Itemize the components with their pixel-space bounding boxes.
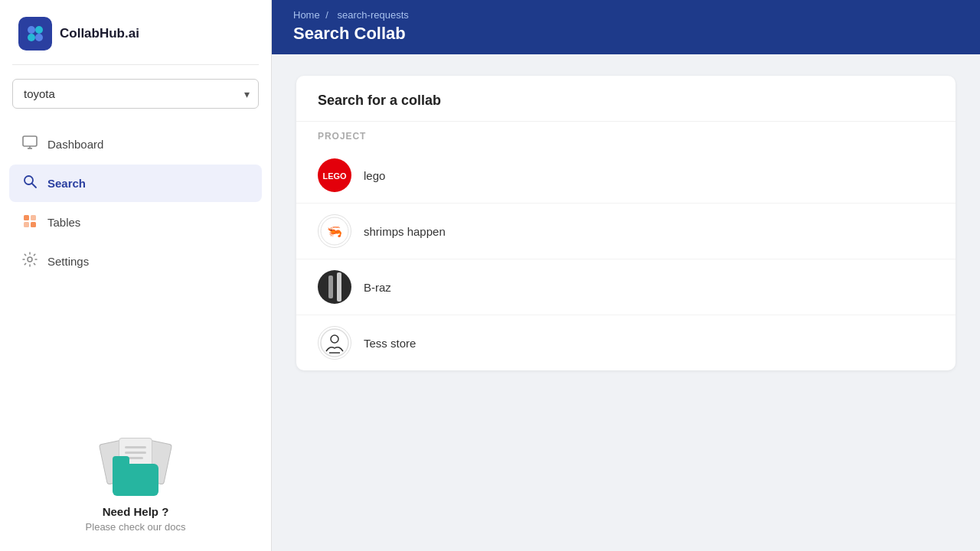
sidebar-item-tables[interactable]: Tables <box>9 204 262 241</box>
app-logo-area: CollabHub.ai <box>0 0 271 64</box>
workspace-dropdown-wrap[interactable]: toyota honda bmw ▾ <box>0 65 271 118</box>
help-subtitle: Please check our docs <box>86 521 186 533</box>
help-title: Need Help ? <box>103 505 169 518</box>
sidebar-item-dashboard[interactable]: Dashboard <box>9 126 262 163</box>
svg-text:LEGO: LEGO <box>322 171 347 181</box>
sidebar-item-search-label: Search <box>47 177 86 190</box>
breadcrumb-separator: / <box>325 9 328 21</box>
svg-point-0 <box>28 26 35 34</box>
sidebar-item-dashboard-label: Dashboard <box>47 138 103 151</box>
search-card: Search for a collab PROJECT LEGO lego <box>296 76 956 370</box>
project-section-label: PROJECT <box>296 122 956 148</box>
project-item-tess[interactable]: Tess store <box>296 315 956 370</box>
project-name-tess: Tess store <box>364 337 416 350</box>
svg-text:🦐: 🦐 <box>327 224 342 239</box>
logo-icon <box>18 17 52 51</box>
project-logo-lego: LEGO <box>318 158 351 192</box>
search-card-header: Search for a collab <box>296 76 956 122</box>
main-content: Home / search-requests Search Collab Sea… <box>272 0 980 551</box>
breadcrumb-current: search-requests <box>338 9 409 21</box>
project-logo-braz <box>318 270 351 304</box>
project-item-lego[interactable]: LEGO lego <box>296 148 956 204</box>
svg-point-1 <box>35 26 43 34</box>
project-name-lego: lego <box>364 169 385 182</box>
tables-icon <box>21 213 38 232</box>
sidebar-item-settings[interactable]: Settings <box>9 243 262 280</box>
sidebar-item-search[interactable]: Search <box>9 165 262 202</box>
project-logo-shrimps: 🦐 <box>318 214 351 248</box>
page-title: Search Collab <box>293 24 959 44</box>
sidebar: CollabHub.ai toyota honda bmw ▾ Dashboar… <box>0 0 272 551</box>
project-name-shrimps: shrimps happen <box>364 225 446 238</box>
sidebar-item-settings-label: Settings <box>47 255 89 268</box>
search-icon <box>21 174 38 193</box>
svg-line-8 <box>32 184 36 187</box>
breadcrumb: Home / search-requests <box>293 9 959 21</box>
monitor-icon <box>21 135 38 154</box>
gear-icon <box>21 252 38 271</box>
help-section: Need Help ? Please check our docs <box>0 416 271 551</box>
braz-bars-icon <box>328 272 341 302</box>
workspace-select[interactable]: toyota honda bmw <box>12 79 259 109</box>
sidebar-item-tables-label: Tables <box>47 216 80 229</box>
content-area: Search for a collab PROJECT LEGO lego <box>272 54 980 551</box>
top-bar: Home / search-requests Search Collab <box>272 0 980 54</box>
svg-point-3 <box>35 34 43 41</box>
project-list: LEGO lego 🦐 shrimps happen <box>296 148 956 370</box>
svg-point-13 <box>28 257 32 262</box>
project-name-braz: B-raz <box>364 281 391 294</box>
svg-point-7 <box>24 176 33 184</box>
project-item-shrimps[interactable]: 🦐 shrimps happen <box>296 204 956 259</box>
project-logo-tess <box>318 326 351 360</box>
svg-point-2 <box>28 34 35 41</box>
svg-rect-12 <box>31 222 36 227</box>
sidebar-nav: Dashboard Search Tables <box>0 118 271 288</box>
app-name: CollabHub.ai <box>60 26 139 41</box>
svg-rect-11 <box>24 222 29 227</box>
svg-rect-4 <box>23 136 37 146</box>
project-item-braz[interactable]: B-raz <box>296 259 956 315</box>
svg-rect-10 <box>31 215 36 220</box>
svg-rect-9 <box>24 215 29 220</box>
breadcrumb-home[interactable]: Home <box>293 9 320 21</box>
